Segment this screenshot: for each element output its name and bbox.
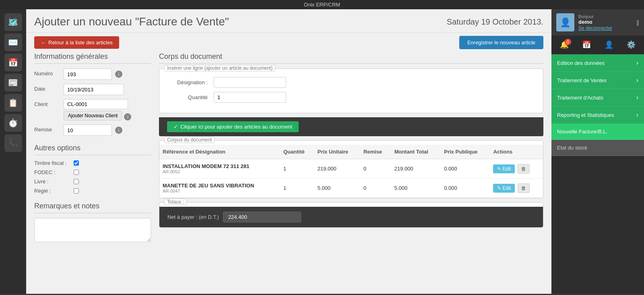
main-content: Ajouter un nouveau "Facture de Vente" Sa…: [26, 9, 551, 294]
save-button[interactable]: Enregistrer le nouveau article: [459, 36, 543, 49]
doc-box-title: Corpus du document: [164, 137, 215, 143]
sidebar-menu-item-2[interactable]: Traitement d'Achats ›: [551, 89, 644, 106]
date-group: Date: [34, 84, 151, 95]
sidebar-icon-news[interactable]: 📰: [4, 74, 22, 91]
date-label: Date: [34, 84, 60, 92]
cell-qty-0: 1: [280, 159, 314, 179]
cell-actions-0: ✎ Edit 🗑: [490, 159, 543, 179]
right-panel: Corps du document Insérer une ligne (ajo…: [159, 52, 543, 286]
fodec-label: FODEC :: [34, 169, 70, 175]
net-value[interactable]: [223, 212, 301, 222]
cell-ref-0: INSTALLATION MODEM 72 311 281 AR-0052: [159, 159, 280, 179]
sidebar-icon-calendar[interactable]: 📅: [4, 54, 22, 71]
content-body: Informations générales Numéro i Date Cli…: [26, 52, 551, 294]
app-title: Onix ERP/CRM: [304, 2, 340, 8]
chevron-icon-3: ›: [636, 111, 638, 118]
notification-badge: 0: [565, 39, 571, 45]
cell-total-0: 219.000: [391, 159, 441, 179]
notification-icon[interactable]: 🔔 0: [557, 39, 572, 51]
net-label: Net à payer : (en D.T.): [167, 214, 219, 220]
totals-box: Totaux : Net à payer : (en D.T.): [159, 202, 543, 228]
page-title: Ajouter un nouveau "Facture de Vente": [34, 15, 229, 28]
remise-label: Remise: [34, 125, 60, 133]
quantite-label: Quantité: [167, 94, 208, 100]
user-info: Bonjour demo Se déconnecter: [578, 14, 632, 31]
sidebar-menu-item-4[interactable]: Nouvelle Facture/B.L.: [551, 124, 644, 140]
chevron-icon-2: ›: [636, 94, 638, 101]
cell-qty-1: 1: [280, 179, 314, 198]
col-public-price: Prix Publique: [441, 145, 490, 159]
remarques-title: Remarques et notes: [34, 202, 151, 213]
general-info-title: Informations générales: [34, 52, 151, 64]
regle-label: Réglé :: [34, 188, 70, 194]
document-table: Référence et Désignation Quantité Prix U…: [159, 145, 543, 198]
cell-total-1: 5.000: [391, 179, 441, 198]
edit-button-0[interactable]: ✎ Edit: [493, 164, 515, 173]
numero-input[interactable]: [64, 69, 112, 80]
delete-button-1[interactable]: 🗑: [518, 183, 530, 193]
sidebar-icon-phone[interactable]: 📞: [4, 134, 22, 152]
insert-box-title: Insérer une ligne (ajouter un article au…: [164, 65, 275, 71]
numero-info-icon[interactable]: i: [115, 71, 122, 78]
remise-info-icon[interactable]: i: [115, 127, 122, 134]
numero-group: Numéro i: [34, 69, 151, 80]
item-name-0: INSTALLATION MODEM 72 311 281: [163, 163, 277, 169]
user-area: 👤 Bonjour demo Se déconnecter ‖: [551, 9, 644, 35]
logout-link[interactable]: Se déconnecter: [578, 25, 612, 31]
sidebar-menu-label-5: Etat du stock: [557, 145, 587, 151]
designation-input[interactable]: [214, 77, 286, 88]
remarques-textarea[interactable]: [34, 218, 151, 242]
settings-icon[interactable]: ⚙️: [623, 39, 639, 51]
sidebar-menu-item-1[interactable]: Traitement de Ventes ›: [551, 72, 644, 89]
chevron-icon-1: ›: [636, 77, 638, 84]
delete-button-0[interactable]: 🗑: [518, 164, 530, 174]
user-avatar: 👤: [556, 13, 574, 31]
collapse-icon[interactable]: ‖: [636, 19, 639, 26]
designation-label: Désignation :: [167, 79, 208, 85]
fodec-checkbox[interactable]: [74, 170, 79, 175]
livre-checkbox[interactable]: [74, 179, 79, 184]
add-item-button[interactable]: ✓ Cliquer ici pour ajouter des articles …: [167, 121, 299, 132]
regle-checkbox[interactable]: [74, 188, 79, 193]
page-date: Saturday 19 October 2013.: [447, 17, 543, 27]
user-greeting: Bonjour: [578, 14, 632, 19]
cell-remise-1: 0: [360, 179, 391, 198]
sidebar-icon-clock[interactable]: ⏱️: [4, 114, 22, 132]
add-client-button[interactable]: Ajouter Nouveau Client: [64, 111, 122, 120]
fodec-group: FODEC :: [34, 169, 151, 175]
sidebar-menu: Edition des données › Traitement de Vent…: [551, 54, 644, 156]
table-row: INSTALLATION MODEM 72 311 281 AR-0052 1 …: [159, 159, 543, 179]
sidebar-menu-item-5[interactable]: Etat du stock: [551, 140, 644, 156]
client-info-icon[interactable]: i: [124, 113, 131, 120]
col-total: Montant Total: [391, 145, 441, 159]
cell-remise-0: 0: [360, 159, 391, 179]
sidebar-icon-mail[interactable]: ✉️: [4, 33, 22, 51]
sidebar-icon-map[interactable]: 🗺️: [4, 13, 22, 31]
sidebar-menu-item-3[interactable]: Reporting et Statistiques ›: [551, 106, 644, 124]
col-qty: Quantité: [280, 145, 314, 159]
date-input[interactable]: [64, 84, 124, 95]
cell-ref-1: MANETTE DE JEU SANS VIBRATION AR-0047: [159, 179, 280, 198]
back-button[interactable]: ← Retour à la liste des articles: [34, 36, 119, 49]
right-sidebar: 👤 Bonjour demo Se déconnecter ‖ 🔔 0 📅 👤 …: [551, 9, 644, 294]
numero-label: Numéro: [34, 69, 60, 77]
col-remise: Remise: [360, 145, 391, 159]
timbre-checkbox[interactable]: [74, 160, 79, 166]
add-item-label: Cliquer ici pour ajouter des articles au…: [180, 124, 292, 130]
regle-group: Réglé :: [34, 188, 151, 194]
col-actions: Actions: [490, 145, 543, 159]
remise-input[interactable]: [64, 125, 112, 136]
timbre-label: Timbre fiscal :: [34, 160, 70, 166]
quantite-input[interactable]: [214, 92, 286, 103]
client-label: Client: [34, 99, 60, 107]
calendar-icon[interactable]: 📅: [579, 39, 594, 51]
user-icon[interactable]: 👤: [601, 39, 617, 51]
sidebar-menu-item-0[interactable]: Edition des données ›: [551, 54, 644, 72]
client-input[interactable]: [64, 99, 128, 109]
livre-label: Livré :: [34, 179, 70, 185]
checkmark-icon: ✓: [173, 124, 178, 130]
quantite-row: Quantité: [167, 92, 535, 103]
sidebar-icon-list[interactable]: 📋: [4, 94, 22, 112]
edit-button-1[interactable]: ✎ Edit: [493, 184, 515, 193]
add-item-bar: ✓ Cliquer ici pour ajouter des articles …: [159, 117, 543, 136]
